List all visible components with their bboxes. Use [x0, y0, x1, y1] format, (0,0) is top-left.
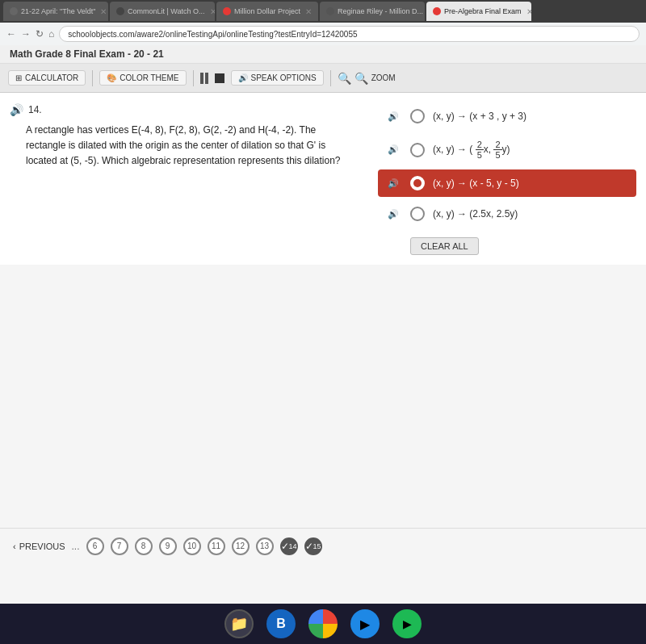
- taskbar-drive-icon[interactable]: ▶: [350, 609, 380, 638]
- speaker-icon[interactable]: 🔊: [10, 103, 23, 116]
- page-9[interactable]: 9: [159, 537, 177, 555]
- taskbar-filemanager-icon[interactable]: 📁: [224, 609, 254, 638]
- main-content: Math Grade 8 Final Exam - 20 - 21 ⊞ CALC…: [0, 45, 646, 604]
- calculator-icon: ⊞: [15, 73, 22, 82]
- speak-options-button[interactable]: 🔊 SPEAK OPTIONS: [231, 70, 324, 86]
- checkmark-14-icon: ✓: [281, 541, 289, 552]
- refresh-button[interactable]: ↻: [36, 28, 44, 40]
- numerator-b2: 2: [493, 140, 501, 150]
- page-7[interactable]: 7: [111, 537, 128, 555]
- question-number: 14.: [28, 104, 42, 115]
- page-8[interactable]: 8: [135, 537, 153, 555]
- forward-button[interactable]: →: [21, 28, 31, 40]
- calculator-label: CALCULATOR: [25, 73, 78, 82]
- prev-arrow-icon: ‹: [13, 542, 16, 551]
- tab-close-2[interactable]: ✕: [210, 7, 215, 16]
- page-15-label: 15: [313, 542, 321, 550]
- tab-close-3[interactable]: ✕: [305, 7, 312, 16]
- tab-3[interactable]: Million Dollar Project ✕: [216, 2, 318, 21]
- url-bar[interactable]: [59, 26, 640, 42]
- numerator-b: 2: [476, 140, 484, 150]
- radio-a[interactable]: [410, 109, 425, 123]
- previous-button[interactable]: ‹ PREVIOUS: [13, 542, 65, 551]
- question-number-row: 🔊 14.: [10, 103, 42, 116]
- tab-label-2: CommonLit | Watch O...: [128, 7, 205, 15]
- page-11[interactable]: 11: [208, 537, 225, 555]
- page-12[interactable]: 12: [232, 537, 250, 555]
- page-10-label: 10: [187, 542, 196, 550]
- taskbar-spotify-icon[interactable]: ▶: [392, 609, 422, 638]
- answer-row-d[interactable]: 🔊 (x, y) → (2.5x, 2.5y): [378, 200, 636, 228]
- denominator-b2: 5: [493, 150, 501, 160]
- speaker-icon-a[interactable]: 🔊: [388, 111, 399, 122]
- zoom-in-icon[interactable]: 🔍: [354, 72, 368, 85]
- page-10[interactable]: 10: [183, 537, 201, 555]
- radio-c[interactable]: [410, 176, 425, 190]
- toolbar-divider-1: [92, 70, 93, 86]
- color-theme-label: COLOR THEME: [120, 73, 178, 82]
- page-15[interactable]: ✓ 15: [304, 537, 322, 555]
- page-7-label: 7: [117, 542, 122, 550]
- calculator-button[interactable]: ⊞ CALCULATOR: [8, 70, 86, 86]
- speaker-icon-c[interactable]: 🔊: [388, 178, 399, 189]
- tab-close-5[interactable]: ✕: [526, 7, 531, 16]
- tab-label-5: Pre-Algebra Final Exam: [444, 7, 522, 15]
- tab-close-1[interactable]: ✕: [100, 7, 107, 16]
- page-title: Math Grade 8 Final Exam - 20 - 21: [10, 48, 164, 60]
- back-button[interactable]: ←: [6, 28, 16, 40]
- tab-1[interactable]: 21-22 April: "The Veldt" ✕: [3, 2, 108, 21]
- answer-text-c: (x, y) → (x - 5, y - 5): [433, 178, 519, 189]
- taskbar: 📁 B ▶ ▶: [0, 604, 646, 644]
- question-text: A rectangle has vertices E(-4, 8), F(2, …: [26, 123, 349, 169]
- nav-dots: ...: [72, 541, 80, 552]
- answer-row-b[interactable]: 🔊 (x, y) → ( 2 5 x, 2 5 y): [378, 133, 636, 166]
- color-theme-button[interactable]: 🎨 COLOR THEME: [99, 70, 186, 86]
- question-layout: 🔊 14. A rectangle has vertices E(-4, 8),…: [10, 102, 636, 255]
- pause-controls: [200, 73, 208, 84]
- answer-text-a: (x, y) → (x + 3 , y + 3): [433, 111, 526, 122]
- pause-bar-2: [205, 73, 208, 84]
- tab-icon-3: [223, 7, 231, 15]
- taskbar-b-icon[interactable]: B: [266, 609, 296, 638]
- page-8-label: 8: [141, 542, 146, 550]
- tab-bar: 21-22 April: "The Veldt" ✕ CommonLit | W…: [0, 0, 646, 23]
- clear-all-button[interactable]: CLEAR ALL: [410, 237, 479, 255]
- zoom-section: 🔍 🔍 ZOOM: [338, 72, 396, 85]
- tab-label-3: Million Dollar Project: [234, 7, 300, 15]
- toolbar: ⊞ CALCULATOR 🎨 COLOR THEME 🔊 SPEAK OPTIO…: [0, 64, 646, 93]
- toolbar-divider-2: [193, 70, 194, 86]
- speak-options-label: SPEAK OPTIONS: [251, 73, 317, 82]
- tab-4[interactable]: Reginae Riley - Million D... ✕: [320, 2, 425, 21]
- tab-2[interactable]: CommonLit | Watch O... ✕: [110, 2, 215, 21]
- radio-b[interactable]: [410, 143, 425, 157]
- home-button[interactable]: ⌂: [48, 28, 54, 40]
- speaker-icon-d[interactable]: 🔊: [388, 209, 399, 220]
- page-13[interactable]: 13: [256, 537, 274, 555]
- question-left: 🔊 14. A rectangle has vertices E(-4, 8),…: [10, 102, 378, 169]
- zoom-label: ZOOM: [371, 73, 396, 82]
- page-12-label: 12: [236, 542, 245, 550]
- page-6-label: 6: [93, 542, 98, 550]
- tab-icon-1: [10, 7, 18, 15]
- page-14[interactable]: ✓ 14: [280, 537, 298, 555]
- tab-icon-5: [433, 7, 441, 15]
- stop-button[interactable]: [215, 73, 224, 83]
- zoom-out-icon[interactable]: 🔍: [338, 72, 351, 85]
- taskbar-chrome-icon[interactable]: [308, 609, 338, 638]
- tab-5[interactable]: Pre-Algebra Final Exam ✕: [426, 2, 531, 21]
- radio-d[interactable]: [410, 207, 425, 221]
- page-6[interactable]: 6: [86, 537, 104, 555]
- previous-label: PREVIOUS: [19, 542, 65, 551]
- answer-row-a[interactable]: 🔊 (x, y) → (x + 3 , y + 3): [378, 102, 636, 130]
- page-14-label: 14: [289, 542, 297, 550]
- answer-text-d: (x, y) → (2.5x, 2.5y): [433, 208, 518, 220]
- speaker-icon-b[interactable]: 🔊: [388, 144, 399, 155]
- pause-bar-1: [200, 73, 203, 84]
- fraction-b: 2 5: [476, 140, 484, 160]
- tab-icon-4: [326, 7, 334, 15]
- browser-chrome: 21-22 April: "The Veldt" ✕ CommonLit | W…: [0, 0, 646, 45]
- answer-row-c[interactable]: 🔊 (x, y) → (x - 5, y - 5): [378, 169, 636, 197]
- denominator-b: 5: [476, 150, 484, 160]
- color-theme-icon: 🎨: [107, 73, 116, 82]
- address-bar: ← → ↻ ⌂: [0, 23, 646, 45]
